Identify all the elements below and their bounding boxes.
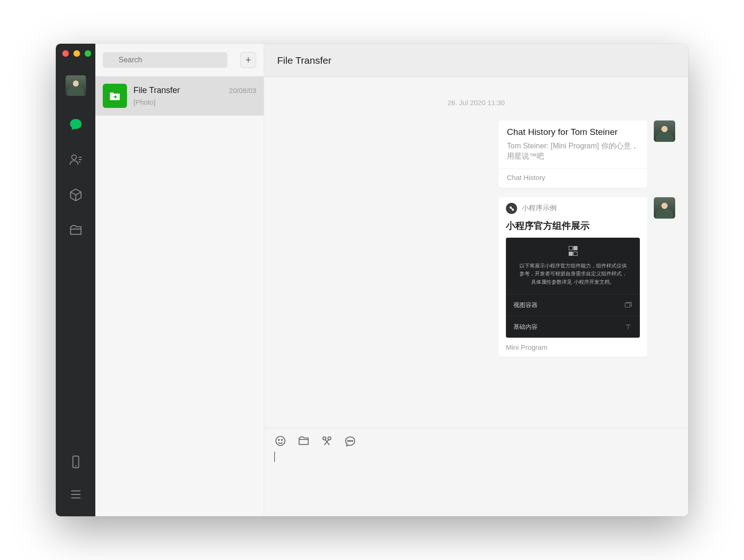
screenshot-icon[interactable]: [321, 435, 333, 447]
svg-point-15: [350, 440, 351, 441]
card-footer: Chat History: [507, 173, 639, 181]
composer-tools: [274, 435, 678, 447]
chat-header: File Transfer: [264, 44, 688, 77]
mobile-icon[interactable]: [68, 454, 84, 470]
conversation-time: 20/08/03: [229, 87, 256, 94]
message-row: 小程序示例 小程序官方组件展示 以下将展示小程序官方组件能力，组件样式仅供参考，…: [277, 197, 675, 357]
message-avatar[interactable]: [654, 197, 675, 219]
card-title: Chat History for Tom Steiner: [507, 127, 639, 137]
nav-bottom: [68, 454, 84, 502]
mini-program-card[interactable]: 小程序示例 小程序官方组件展示 以下将展示小程序官方组件能力，组件样式仅供参考，…: [498, 197, 647, 357]
chat-history-icon[interactable]: [344, 435, 356, 447]
conversation-subtitle: [Photo]: [133, 98, 256, 106]
conversation-list: + File Transfer 20/08/03 [Photo]: [95, 44, 264, 516]
window-controls: [62, 50, 91, 57]
mini-program-logo-icon: [506, 203, 517, 214]
mini-program-footer: Mini Program: [498, 338, 647, 357]
mini-program-preview-row: 视图容器: [506, 294, 640, 316]
mini-program-preview-row: 基础内容: [506, 316, 640, 338]
card-divider: [498, 168, 647, 169]
text-cursor: [274, 452, 275, 462]
mini-program-preview: 以下将展示小程序官方组件能力，组件样式仅供参考，开发者可根据自身需求自定义组件样…: [506, 238, 640, 338]
preview-row-label: 视图容器: [513, 301, 538, 309]
plus-icon: +: [246, 54, 252, 66]
minimize-window-button[interactable]: [73, 50, 80, 57]
svg-point-14: [348, 440, 349, 441]
chat-title: File Transfer: [277, 55, 332, 66]
svg-point-16: [352, 440, 352, 441]
search-input-wrap: [103, 52, 236, 68]
attach-file-icon[interactable]: [298, 435, 310, 447]
svg-point-11: [281, 440, 282, 440]
close-window-button[interactable]: [62, 50, 69, 57]
app-window: + File Transfer 20/08/03 [Photo] File Tr…: [56, 44, 688, 516]
chat-panel: File Transfer 28. Jul 2020 11:30 Chat Hi…: [264, 44, 688, 516]
chat-icon[interactable]: [68, 116, 84, 132]
favorites-icon[interactable]: [68, 187, 84, 203]
svg-point-10: [279, 440, 279, 440]
mini-program-title: 小程序官方组件展示: [498, 220, 647, 238]
search-bar: +: [95, 44, 264, 76]
card-body: Tom Steiner: [Mini Program] 你的心意，用星说™吧: [507, 141, 639, 162]
user-avatar[interactable]: [66, 75, 86, 96]
conversation-text: File Transfer 20/08/03 [Photo]: [133, 86, 256, 106]
emoji-icon[interactable]: [274, 435, 286, 447]
nav-items: [68, 116, 84, 238]
mini-program-header: 小程序示例: [498, 197, 647, 220]
search-input[interactable]: [103, 52, 227, 68]
menu-icon[interactable]: [68, 487, 84, 502]
maximize-window-button[interactable]: [85, 50, 91, 57]
svg-point-9: [276, 436, 285, 446]
grid-icon: [568, 246, 578, 256]
files-icon[interactable]: [68, 222, 84, 238]
left-nav: [56, 44, 95, 516]
text-icon: [624, 323, 632, 331]
contacts-icon[interactable]: [68, 152, 84, 167]
card-stack-icon: [624, 301, 632, 309]
preview-row-label: 基础内容: [513, 323, 538, 331]
date-separator: 28. Jul 2020 11:30: [277, 99, 675, 107]
file-transfer-icon: [103, 84, 127, 108]
message-row: Chat History for Tom Steiner Tom Steiner…: [277, 120, 675, 188]
svg-point-0: [72, 155, 76, 160]
message-avatar[interactable]: [654, 120, 675, 142]
svg-rect-8: [625, 303, 630, 307]
mini-program-app-name: 小程序示例: [522, 204, 557, 213]
conversation-item-file-transfer[interactable]: File Transfer 20/08/03 [Photo]: [95, 76, 264, 116]
conversation-title: File Transfer: [133, 86, 180, 95]
chat-body[interactable]: 28. Jul 2020 11:30 Chat History for Tom …: [264, 77, 688, 428]
mini-program-preview-desc: 以下将展示小程序官方组件能力，组件样式仅供参考，开发者可根据自身需求自定义组件样…: [506, 262, 640, 294]
chat-history-card[interactable]: Chat History for Tom Steiner Tom Steiner…: [498, 120, 647, 188]
new-chat-button[interactable]: +: [240, 52, 256, 68]
message-input[interactable]: [274, 452, 678, 507]
message-composer: [264, 428, 688, 516]
